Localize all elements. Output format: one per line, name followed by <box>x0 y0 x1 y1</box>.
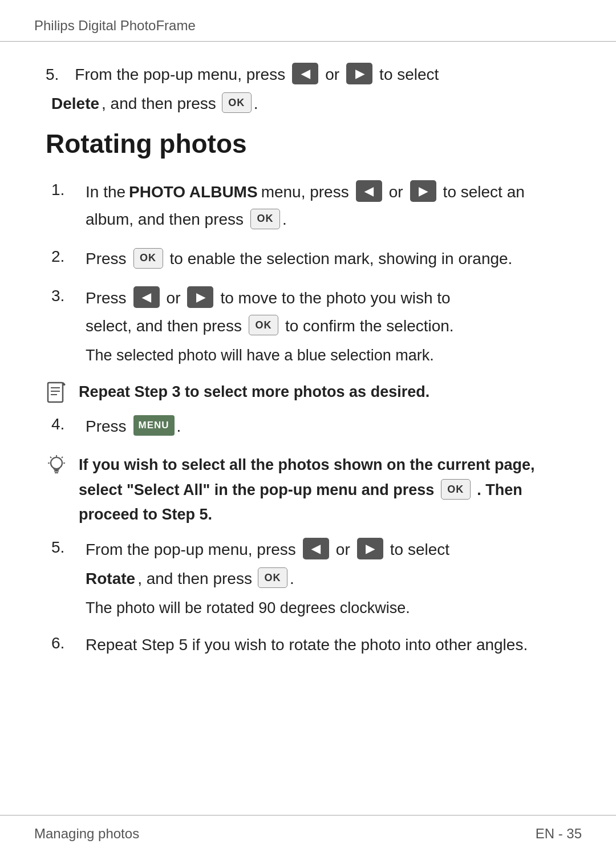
left-arrow-btn-3 <box>133 286 160 308</box>
step5-and-then: , and then press <box>137 566 252 592</box>
step3-select-and: select, and then press <box>86 314 242 339</box>
svg-line-9 <box>62 457 63 458</box>
right-arrow-btn-top <box>346 63 372 84</box>
ok-btn-tip: OK <box>441 479 471 500</box>
section-title: Rotating photos <box>46 128 570 159</box>
left-arrow-btn-1 <box>356 180 382 202</box>
step-4-content: Press MENU . <box>86 414 570 440</box>
step-1: 1. In the PHOTO ALBUMS menu, press or to… <box>46 180 570 233</box>
left-arrow-btn-5 <box>303 538 329 559</box>
ok-btn-1: OK <box>250 209 280 229</box>
step-2-content: Press OK to enable the selection mark, s… <box>86 246 570 272</box>
step3-press: Press <box>86 286 127 311</box>
step-4-number: 4. <box>51 414 86 433</box>
left-arrow-btn-top <box>292 63 318 84</box>
step-5-number: 5. <box>51 537 86 557</box>
top-step5-to-select: to select <box>379 62 439 88</box>
step3-subtext: The selected photo will have a blue sele… <box>86 344 570 367</box>
page-content: 5. From the pop-up menu, press or to sel… <box>0 42 616 705</box>
right-arrow-btn-5 <box>357 538 383 559</box>
step1-text-in: In the <box>86 180 125 205</box>
step-5: 5. From the pop-up menu, press or to sel… <box>46 537 570 619</box>
step5-text-before: From the pop-up menu, press <box>86 537 296 563</box>
step1-album-text: album, and then press <box>86 207 244 233</box>
note-icon <box>46 382 74 403</box>
ok-btn-3: OK <box>249 315 278 335</box>
step-3-content: Press or to move to the photo you wish t… <box>86 286 570 367</box>
step-3-number: 3. <box>51 286 86 305</box>
step-6-content: Repeat Step 5 if you wish to rotate the … <box>86 633 570 657</box>
step-5-content: From the pop-up menu, press or to select… <box>86 537 570 619</box>
steps-list-2: 4. Press MENU . <box>46 414 570 440</box>
step-3: 3. Press or to move to the photo you wis… <box>46 286 570 367</box>
step1-or: or <box>389 180 403 205</box>
page-header: Philips Digital PhotoFrame <box>0 0 616 42</box>
step5-bold-word: Rotate <box>86 566 135 592</box>
top-step5-block: 5. From the pop-up menu, press or to sel… <box>46 62 570 117</box>
ok-btn-5: OK <box>258 567 287 588</box>
right-arrow-btn-1 <box>410 180 436 202</box>
step-6: 6. Repeat Step 5 if you wish to rotate t… <box>46 633 570 657</box>
ok-btn-2: OK <box>133 248 163 269</box>
right-arrow-btn-3 <box>187 286 213 308</box>
tip-block: If you wish to select all the photos sho… <box>46 453 570 527</box>
step5-subtext: The photo will be rotated 90 degrees clo… <box>86 597 570 620</box>
note-bold-text: Repeat Step 3 to select more photos as d… <box>79 383 429 400</box>
step1-to-select-an: to select an <box>443 180 525 205</box>
step4-period: . <box>177 414 181 440</box>
note-text: Repeat Step 3 to select more photos as d… <box>79 380 429 404</box>
top-step5-period: . <box>254 91 258 117</box>
tip-icon <box>46 454 74 479</box>
ok-btn-top: OK <box>222 92 252 113</box>
menu-btn-4: MENU <box>133 415 175 436</box>
page-footer: Managing photos EN - 35 <box>0 815 616 852</box>
step4-press: Press <box>86 414 127 440</box>
step3-to-confirm: to confirm the selection. <box>285 314 454 339</box>
top-step5-text-before: 5. From the pop-up menu, press <box>46 62 285 88</box>
step5-period: . <box>290 566 294 592</box>
step5-or: or <box>336 537 350 563</box>
top-step5-bold-word: Delete <box>51 91 99 117</box>
steps-list: 1. In the PHOTO ALBUMS menu, press or to… <box>46 180 570 367</box>
step-1-number: 1. <box>51 180 86 199</box>
step1-text-menu: menu, press <box>261 180 349 205</box>
step3-after-arrows: to move to the photo you wish to <box>220 286 450 311</box>
step6-text: Repeat Step 5 if you wish to rotate the … <box>86 636 528 654</box>
tip-text: If you wish to select all the photos sho… <box>79 453 570 527</box>
top-step5-or: or <box>325 62 339 88</box>
step2-after-ok: to enable the selection mark, showing in… <box>170 246 513 272</box>
svg-point-4 <box>51 457 62 469</box>
svg-rect-0 <box>48 383 63 402</box>
top-step5-text-after-bold: , and then press <box>102 91 216 117</box>
step1-period: . <box>282 207 287 233</box>
note-block: Repeat Step 3 to select more photos as d… <box>46 380 570 404</box>
step-2-number: 2. <box>51 246 86 266</box>
footer-left: Managing photos <box>34 826 139 842</box>
footer-right: EN - 35 <box>536 826 582 842</box>
step2-press-text: Press <box>86 246 127 272</box>
steps-list-3: 5. From the pop-up menu, press or to sel… <box>46 537 570 657</box>
step1-bold: PHOTO ALBUMS <box>129 180 258 205</box>
step-6-number: 6. <box>51 633 86 652</box>
svg-line-8 <box>50 457 51 458</box>
step-4: 4. Press MENU . <box>46 414 570 440</box>
step-2: 2. Press OK to enable the selection mark… <box>46 246 570 272</box>
header-title: Philips Digital PhotoFrame <box>34 18 196 33</box>
step3-or: or <box>167 286 181 311</box>
step-1-content: In the PHOTO ALBUMS menu, press or to se… <box>86 180 570 233</box>
step5-to-select: to select <box>390 537 449 563</box>
